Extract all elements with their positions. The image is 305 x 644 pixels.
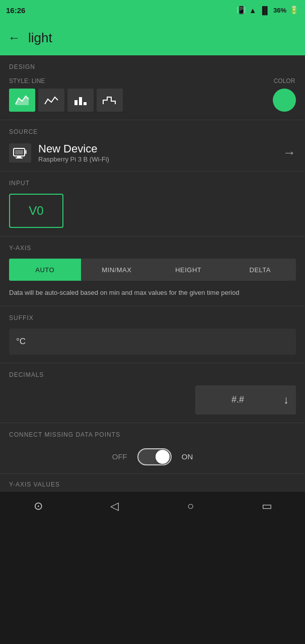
nav-home-button[interactable]: ○ (182, 497, 200, 515)
decimals-row: #.# ↓ (9, 385, 296, 415)
input-value-box[interactable]: V0 (9, 194, 63, 228)
input-section: INPUT V0 (0, 172, 305, 236)
status-time: 16:26 (6, 6, 25, 15)
decimals-value: #.# (202, 394, 273, 405)
page-title: light (28, 30, 52, 46)
tab-minmax[interactable]: MIN/MAX (81, 259, 153, 281)
svg-rect-6 (17, 156, 21, 157)
nav-home-icon: ○ (187, 500, 194, 513)
tab-auto[interactable]: AUTO (9, 259, 81, 281)
color-picker[interactable] (273, 89, 296, 112)
decimals-selector[interactable]: #.# ↓ (195, 385, 296, 415)
app-bar: ← light (0, 20, 305, 55)
device-icon (9, 143, 31, 163)
style-buttons (9, 89, 123, 112)
status-bar: 16:26 📳 ▲ ▐▌ 36% 🔋 (0, 0, 305, 20)
suffix-label: SUFFIX (9, 314, 296, 321)
source-left: New Device Raspberry Pi 3 B (Wi-Fi) (9, 142, 109, 163)
svg-rect-3 (84, 102, 87, 105)
input-value: V0 (29, 204, 43, 218)
source-arrow-icon[interactable]: → (283, 145, 296, 160)
device-name: New Device (38, 142, 109, 155)
yaxis-section: Y-AXIS AUTO MIN/MAX HEIGHT DELTA Data wi… (0, 236, 305, 306)
toggle-off-label: OFF (112, 452, 127, 461)
connect-label: CONNECT MISSING DATA POINTS (9, 431, 296, 438)
nav-back-button[interactable]: ◁ (105, 497, 123, 515)
device-sub: Raspberry Pi 3 B (Wi-Fi) (38, 155, 109, 163)
input-label: INPUT (9, 180, 296, 187)
status-right: 📳 ▲ ▐▌ 36% 🔋 (237, 6, 299, 15)
toggle-on-label: ON (182, 452, 193, 461)
vibrate-icon: 📳 (237, 6, 246, 15)
wifi-icon: ▲ (249, 6, 257, 15)
suffix-section: SUFFIX (0, 306, 305, 363)
style-stepped-button[interactable] (97, 89, 123, 112)
tab-height[interactable]: HEIGHT (152, 259, 224, 281)
suffix-input[interactable] (9, 329, 296, 355)
source-row[interactable]: New Device Raspberry Pi 3 B (Wi-Fi) → (9, 142, 296, 163)
device-info: New Device Raspberry Pi 3 B (Wi-Fi) (38, 142, 109, 163)
decimals-down-icon[interactable]: ↓ (283, 393, 289, 407)
design-label: DESIGN (9, 63, 296, 70)
nav-bar: ⊙ ◁ ○ ▭ (0, 491, 305, 521)
connect-section: CONNECT MISSING DATA POINTS OFF ON (0, 423, 305, 473)
svg-rect-2 (79, 97, 82, 105)
nav-recents-button[interactable]: ▭ (258, 497, 276, 515)
battery-text: 36% (273, 7, 286, 14)
nav-camera-button[interactable]: ⊙ (29, 497, 47, 515)
design-row: STYLE: LINE (9, 77, 296, 112)
tab-delta[interactable]: DELTA (224, 259, 296, 281)
nav-back-icon: ◁ (110, 500, 119, 513)
source-section: SOURCE New Device Raspberry Pi 3 B (Wi-F… (0, 120, 305, 171)
design-section: DESIGN STYLE: LINE (0, 55, 305, 120)
color-label: COLOR (274, 77, 295, 85)
style-bar-button[interactable] (67, 89, 94, 112)
decimals-section: DECIMALS #.# ↓ (0, 363, 305, 423)
toggle-knob (156, 450, 170, 464)
yaxis-label: Y-AXIS (9, 245, 296, 252)
yaxis-description: Data will be auto-scaled based on min an… (9, 288, 296, 298)
signal-icon: ▐▌ (260, 6, 270, 15)
svg-rect-5 (15, 150, 23, 154)
yaxis-values-label: Y-AXIS VALUES (0, 474, 305, 491)
toggle-row: OFF ON (9, 448, 296, 465)
nav-camera-icon: ⊙ (34, 500, 43, 513)
svg-rect-7 (16, 157, 23, 158)
source-label: SOURCE (9, 128, 296, 135)
style-section: STYLE: LINE (9, 77, 123, 112)
connect-toggle[interactable] (137, 448, 172, 465)
svg-rect-8 (25, 150, 27, 154)
battery-icon: 🔋 (289, 6, 299, 15)
decimals-label: DECIMALS (9, 371, 296, 378)
style-line-area-button[interactable] (9, 89, 35, 112)
style-line-button[interactable] (38, 89, 64, 112)
nav-recents-icon: ▭ (262, 500, 272, 513)
style-label: STYLE: LINE (9, 77, 123, 85)
svg-rect-1 (74, 100, 78, 105)
content: DESIGN STYLE: LINE (0, 55, 305, 491)
back-button[interactable]: ← (8, 31, 20, 45)
yaxis-tabs: AUTO MIN/MAX HEIGHT DELTA (9, 259, 296, 281)
color-section: COLOR (273, 77, 296, 112)
